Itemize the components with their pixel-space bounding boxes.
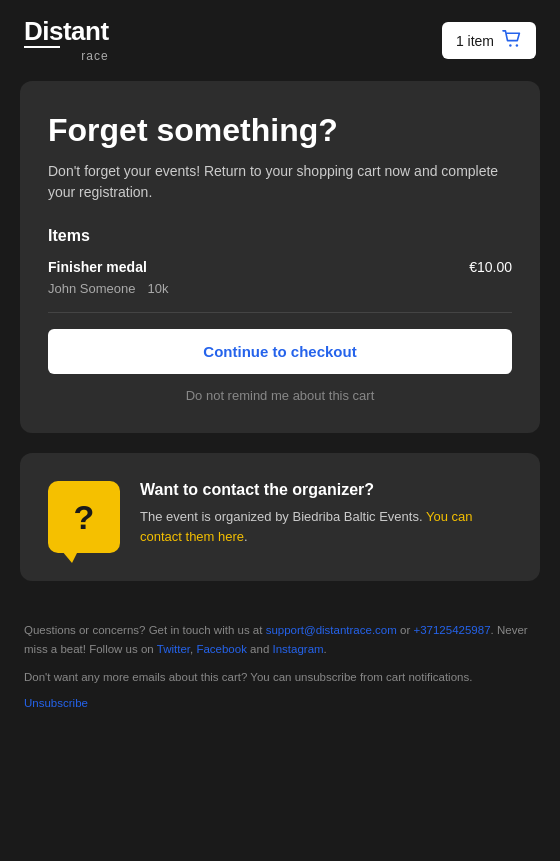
logo-underline xyxy=(24,46,60,48)
svg-point-0 xyxy=(509,44,511,46)
logo: Distant race xyxy=(24,18,109,63)
item-details: John Someone 10k xyxy=(48,281,512,296)
checkout-button[interactable]: Continue to checkout xyxy=(48,329,512,374)
footer-text-2: Don't want any more emails about this ca… xyxy=(24,668,536,686)
footer-text-before: Questions or concerns? Get in touch with… xyxy=(24,624,266,636)
footer: Questions or concerns? Get in touch with… xyxy=(0,605,560,738)
item-buyer: John Someone xyxy=(48,281,135,296)
contact-content: Want to contact the organizer? The event… xyxy=(140,481,512,546)
footer-and: and xyxy=(247,643,273,655)
question-mark-icon: ? xyxy=(74,500,95,534)
footer-text-1: Questions or concerns? Get in touch with… xyxy=(24,621,536,658)
footer-support-email[interactable]: support@distantrace.com xyxy=(266,624,397,636)
footer-end: . xyxy=(324,643,327,655)
main-content: Forget something? Don't forget your even… xyxy=(0,81,560,581)
forget-heading: Forget something? xyxy=(48,111,512,149)
header: Distant race 1 item xyxy=(0,0,560,81)
item-price: €10.00 xyxy=(469,259,512,275)
item-row: Finisher medal €10.00 xyxy=(48,259,512,275)
contact-card: ? Want to contact the organizer? The eve… xyxy=(20,453,540,581)
footer-instagram[interactable]: Instagram xyxy=(272,643,323,655)
divider xyxy=(48,312,512,313)
contact-heading: Want to contact the organizer? xyxy=(140,481,512,499)
footer-twitter[interactable]: Twitter xyxy=(157,643,190,655)
contact-text-after: . xyxy=(244,529,248,544)
logo-text: Distant xyxy=(24,18,109,44)
item-detail: 10k xyxy=(147,281,168,296)
contact-text-before: The event is organized by Biedriba Balti… xyxy=(140,509,423,524)
cart-button[interactable]: 1 item xyxy=(442,22,536,59)
cart-icon xyxy=(502,30,522,51)
question-icon-wrap: ? xyxy=(48,481,120,553)
unsubscribe-link[interactable]: Unsubscribe xyxy=(24,697,536,709)
forget-card: Forget something? Don't forget your even… xyxy=(20,81,540,433)
footer-text-middle: or xyxy=(397,624,414,636)
footer-phone[interactable]: +37125425987 xyxy=(413,624,490,636)
cart-count-label: 1 item xyxy=(456,33,494,49)
footer-facebook[interactable]: Facebook xyxy=(196,643,247,655)
svg-point-1 xyxy=(516,44,518,46)
remind-link[interactable]: Do not remind me about this cart xyxy=(48,388,512,403)
forget-description: Don't forget your events! Return to your… xyxy=(48,161,512,203)
item-name: Finisher medal xyxy=(48,259,147,275)
contact-text: The event is organized by Biedriba Balti… xyxy=(140,507,512,546)
logo-subtitle: race xyxy=(24,49,109,63)
items-heading: Items xyxy=(48,227,512,245)
